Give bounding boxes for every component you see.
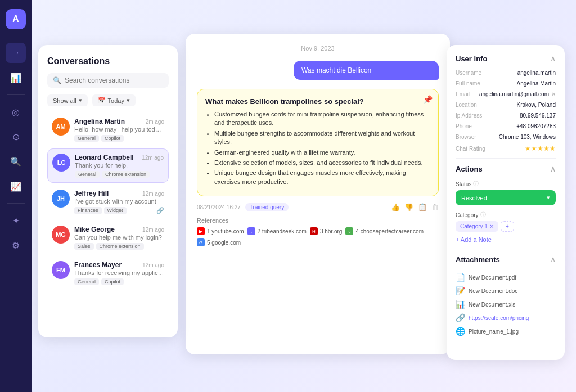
- convo-content-leonard: Leonard Campbell 12m ago Thank you for h…: [75, 154, 164, 178]
- copy-icon[interactable]: 📋: [418, 203, 427, 211]
- convo-tags-frances: General Copilot: [74, 278, 164, 285]
- value-browser: Chrome 103, Windows: [499, 134, 556, 140]
- show-all-filter[interactable]: Show all ▾: [47, 94, 88, 106]
- convo-name-jeffrey: Jeffrey Hill: [74, 190, 109, 197]
- convo-tags-mike: Sales Chrome extension: [74, 243, 164, 250]
- sidebar-icon-search[interactable]: 🔍: [6, 151, 26, 172]
- attachment-xls[interactable]: 📊 New Document.xls: [456, 298, 556, 311]
- info-rating: Chat Rating ★★★★★: [456, 145, 556, 152]
- bot-point-3: German-engineered quality with a lifetim…: [214, 148, 430, 157]
- thumbs-down-icon[interactable]: 👎: [404, 203, 413, 211]
- xls-icon: 📊: [456, 300, 465, 309]
- tag-sales: Sales: [74, 243, 94, 250]
- convo-msg-frances: Thanks for receiving my application: [74, 269, 164, 276]
- info-fullname: Full name Angelina Martin: [456, 80, 556, 87]
- add-category-btn[interactable]: +: [501, 221, 514, 232]
- status-value: Resolved: [461, 195, 487, 201]
- chat-panel: Nov 9, 2023 Was macht die Bellicon 📌 Wha…: [186, 34, 450, 354]
- chat-time: 08/21/2024 16:27: [197, 204, 241, 210]
- avatar-frances: FM: [52, 261, 70, 279]
- tag-finances: Finances: [74, 207, 102, 214]
- convo-content-frances: Frances Mayer 12m ago Thanks for receivi…: [74, 261, 164, 285]
- delete-icon[interactable]: 🗑: [431, 203, 439, 211]
- bot-message: 📌 What makes Bellicon trampolines so spe…: [197, 89, 439, 196]
- filter-row: Show all ▾ 📅 Today ▾: [47, 94, 169, 106]
- status-info-icon: ⓘ: [473, 180, 479, 188]
- sidebar-icon-gear[interactable]: ⚙: [6, 235, 26, 255]
- email-close-icon[interactable]: ✕: [551, 91, 556, 97]
- pin-icon[interactable]: 📌: [423, 95, 433, 104]
- category-label: Category ⓘ: [456, 211, 556, 219]
- bot-point-5: Unique bungee design that engages muscle…: [214, 169, 430, 186]
- thumbs-up-icon[interactable]: 👍: [391, 203, 400, 211]
- tribe-icon: t: [248, 227, 255, 235]
- convo-item-jeffrey[interactable]: JH Jeffrey Hill 12m ago I've got stuck w…: [47, 185, 169, 219]
- convo-item-leonard[interactable]: LC Leonard Campbell 12m ago Thank you fo…: [47, 148, 169, 183]
- convo-item-frances[interactable]: FM Frances Mayer 12m ago Thanks for rece…: [47, 256, 169, 290]
- search-bar[interactable]: 🔍: [47, 73, 169, 88]
- doc-icon: 📝: [456, 286, 465, 295]
- status-text: Status: [456, 181, 471, 187]
- bot-title: What makes Bellicon trampolines so speci…: [205, 97, 430, 106]
- attachment-doc[interactable]: 📝 New Document.doc: [456, 284, 556, 298]
- bot-points: Customized bungee cords for mini-trampol…: [205, 110, 430, 186]
- status-dropdown[interactable]: Resolved ▾: [456, 190, 556, 205]
- convo-msg-jeffrey: I've got stuck with my account: [74, 198, 164, 205]
- convo-msg-angelina: Hello, how may i help you today?: [74, 126, 164, 133]
- attachment-link[interactable]: 🔗 https://scale.com/pricing: [456, 311, 556, 325]
- attachment-pdf[interactable]: 📄 New Document.pdf: [456, 271, 556, 284]
- info-browser: Browser Chrome 103, Windows: [456, 134, 556, 140]
- ref-google: G 5 google.com: [197, 238, 241, 246]
- sidebar-icon-circle[interactable]: ◎: [6, 102, 26, 122]
- convo-time-angelina: 2m ago: [146, 119, 164, 125]
- convo-name-leonard: Leonard Campbell: [75, 154, 134, 161]
- label-email: Email: [456, 91, 470, 97]
- conversations-panel: Conversations 🔍 Show all ▾ 📅 Today ▾ AM …: [38, 45, 178, 337]
- bot-point-1: Customized bungee cords for mini-trampol…: [214, 110, 430, 128]
- tag-widget: Widget: [104, 207, 127, 214]
- convo-item-angelina[interactable]: AM Angelina Martin 2m ago Hello, how may…: [47, 113, 169, 146]
- ref-career: c 4 chooseperfectcareer.com: [345, 227, 424, 235]
- sidebar-icon-star[interactable]: ✦: [6, 210, 26, 231]
- category-tag-close[interactable]: ✕: [489, 223, 494, 229]
- add-note-btn[interactable]: + Add a Note: [456, 236, 556, 243]
- attachments-section: Attachments ∧ 📄 New Document.pdf 📝 New D…: [456, 255, 556, 338]
- sidebar-icon-arrow[interactable]: →: [6, 43, 26, 63]
- ref-youtube: ▶ 1 youtube.com: [197, 227, 244, 235]
- attachments-collapse[interactable]: ∧: [550, 255, 556, 264]
- sidebar-logo[interactable]: A: [6, 9, 26, 29]
- ref-hbr-label: 3 hbr.org: [320, 228, 342, 235]
- actions-collapse[interactable]: ∧: [550, 164, 556, 173]
- tag-general-lc: General: [75, 171, 100, 178]
- info-location: Location Krakow, Poland: [456, 102, 556, 108]
- chat-actions: 👍 👎 📋 🗑: [391, 203, 439, 211]
- search-icon: 🔍: [53, 76, 61, 84]
- attachment-img[interactable]: 🌐 Picture_name_1.jpg: [456, 325, 556, 338]
- convo-msg-mike: Can you help me with my login?: [74, 234, 164, 241]
- tag-chrome-mg: Chrome extension: [96, 243, 144, 250]
- label-ip: Ip Address: [456, 112, 482, 119]
- attachment-link-url[interactable]: https://scale.com/pricing: [469, 315, 529, 321]
- label-fullname: Full name: [456, 80, 480, 87]
- sidebar-icon-dot[interactable]: ⊙: [6, 127, 26, 147]
- avatar-angelina: AM: [52, 118, 70, 136]
- sidebar-icon-analytics[interactable]: 📈: [6, 176, 26, 196]
- trained-badge: Trained query: [245, 203, 289, 211]
- label-username: Username: [456, 70, 482, 76]
- info-phone: Phone +48 098207283: [456, 123, 556, 129]
- user-info-collapse[interactable]: ∧: [550, 54, 556, 63]
- category-tag-1: Category 1 ✕: [456, 221, 498, 232]
- status-label: Status ⓘ: [456, 180, 556, 188]
- value-fullname: Angelina Martin: [517, 80, 556, 87]
- today-filter[interactable]: 📅 Today ▾: [92, 94, 136, 106]
- calendar-icon: 📅: [98, 97, 106, 104]
- youtube-icon: ▶: [197, 227, 205, 235]
- sidebar-icon-chart[interactable]: 📊: [6, 67, 26, 88]
- pdf-icon: 📄: [456, 273, 465, 282]
- attachments-title: Attachments: [456, 255, 500, 264]
- value-phone: +48 098207283: [516, 123, 556, 129]
- search-input[interactable]: [65, 76, 163, 84]
- references: References ▶ 1 youtube.com t 2 tribeands…: [197, 217, 439, 246]
- convo-item-mike[interactable]: MG Mike George 12m ago Can you help me w…: [47, 221, 169, 254]
- google-icon: G: [197, 238, 205, 246]
